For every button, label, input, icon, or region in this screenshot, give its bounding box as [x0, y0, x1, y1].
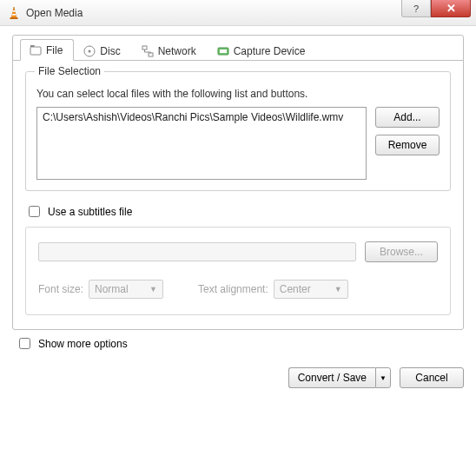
svg-rect-7: [142, 46, 147, 50]
svg-rect-1: [12, 10, 16, 12]
file-selection-hint: You can select local files with the foll…: [36, 88, 440, 100]
svg-rect-2: [12, 14, 17, 16]
tab-network[interactable]: Network: [132, 40, 208, 61]
vlc-cone-icon: [7, 6, 21, 20]
close-button[interactable]: ✕: [431, 0, 471, 17]
window-title: Open Media: [26, 7, 83, 19]
tab-strip: File Disc Network Capture Device: [13, 36, 463, 61]
font-size-value: Normal: [95, 283, 129, 295]
add-button-label: Add...: [393, 111, 420, 123]
font-size-combo: Normal ▼: [89, 280, 163, 299]
tabs-container: File Disc Network Capture Device File Se…: [12, 35, 464, 330]
text-alignment-value: Center: [280, 283, 311, 295]
tab-body-file: File Selection You can select local file…: [13, 60, 463, 329]
disc-icon: [83, 45, 96, 57]
tab-capture-label: Capture Device: [234, 45, 306, 57]
chevron-down-icon: ▼: [334, 285, 342, 294]
file-list-item[interactable]: C:\Users\Ashish\Videos\Ranchi Pics\Sampl…: [43, 111, 360, 123]
browse-label: Browse...: [380, 246, 423, 258]
svg-point-6: [89, 50, 91, 53]
browse-subtitle-button: Browse...: [365, 241, 438, 262]
use-subtitles-checkbox[interactable]: [29, 206, 40, 217]
convert-save-dropdown[interactable]: ▼: [375, 367, 391, 388]
svg-rect-10: [220, 50, 227, 53]
use-subtitles-label: Use a subtitles file: [48, 206, 132, 218]
tab-disc[interactable]: Disc: [74, 40, 131, 61]
show-more-options-label: Show more options: [38, 338, 128, 350]
cancel-button[interactable]: Cancel: [400, 367, 464, 388]
subtitle-path-field: [38, 242, 356, 261]
font-size-label: Font size:: [38, 283, 83, 295]
window-buttons: ? ✕: [401, 0, 471, 17]
dialog-content: File Disc Network Capture Device File Se…: [0, 26, 476, 399]
help-button[interactable]: ?: [401, 0, 431, 17]
convert-save-label: Convert / Save: [298, 372, 367, 384]
file-list[interactable]: C:\Users\Ashish\Videos\Ranchi Pics\Sampl…: [36, 107, 367, 180]
remove-button[interactable]: Remove: [375, 135, 440, 155]
cancel-label: Cancel: [415, 372, 447, 384]
remove-button-label: Remove: [388, 139, 427, 151]
file-selection-group: File Selection You can select local file…: [25, 71, 451, 191]
dialog-button-bar: Convert / Save ▼ Cancel: [12, 367, 464, 388]
tab-file-label: File: [46, 44, 63, 56]
svg-marker-0: [11, 7, 17, 18]
capture-icon: [217, 45, 229, 57]
show-more-options-row: Show more options: [16, 335, 464, 352]
file-selection-title: File Selection: [35, 65, 104, 77]
file-icon: [30, 44, 42, 56]
text-alignment-label: Text alignment:: [198, 283, 268, 295]
convert-save-button[interactable]: Convert / Save: [288, 367, 375, 388]
add-button[interactable]: Add...: [375, 107, 440, 128]
show-more-options-checkbox[interactable]: [19, 338, 30, 349]
tab-disc-label: Disc: [100, 45, 120, 57]
subtitles-panel: Browse... Font size: Normal ▼ Text align…: [25, 227, 451, 315]
svg-rect-8: [149, 53, 153, 56]
chevron-down-icon: ▼: [149, 285, 157, 294]
tab-capture[interactable]: Capture Device: [208, 40, 317, 61]
text-alignment-combo: Center ▼: [274, 280, 348, 299]
tab-file[interactable]: File: [20, 39, 74, 61]
tab-network-label: Network: [158, 45, 196, 57]
svg-rect-4: [30, 47, 41, 55]
convert-save-split-button[interactable]: Convert / Save ▼: [288, 367, 391, 388]
network-icon: [142, 45, 154, 57]
title-bar: Open Media ? ✕: [0, 0, 476, 26]
use-subtitles-row: Use a subtitles file: [25, 203, 451, 220]
svg-rect-3: [10, 17, 18, 19]
